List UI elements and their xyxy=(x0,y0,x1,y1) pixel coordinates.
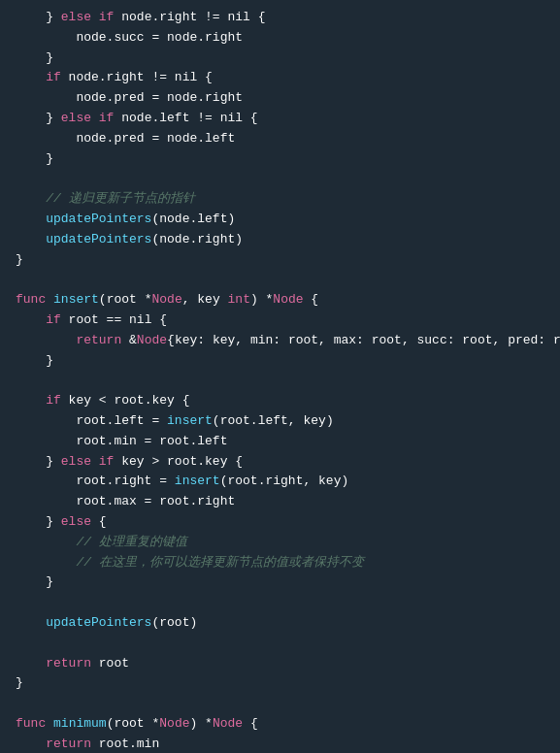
code-line xyxy=(0,169,560,189)
code-line: func minimum(root *Node) *Node { xyxy=(0,714,560,735)
code-line: } else if node.right != nil { xyxy=(0,8,560,28)
code-line: } else if node.left != nil { xyxy=(0,109,560,129)
code-line: root.right = insert(root.right, key) xyxy=(0,472,560,492)
code-line xyxy=(0,593,560,613)
code-line: node.pred = node.left xyxy=(0,129,560,149)
code-line: updatePointers(node.right) xyxy=(0,230,560,250)
code-line: if node.right != nil { xyxy=(0,68,560,88)
code-line: } xyxy=(0,149,560,170)
code-line: root.max = root.right xyxy=(0,492,560,512)
code-line: } xyxy=(0,573,560,593)
code-editor: } else if node.right != nil { node.succ … xyxy=(0,0,560,753)
code-line: if root == nil { xyxy=(0,311,560,331)
code-line: node.pred = node.right xyxy=(0,88,560,109)
code-line: return &Node{key: key, min: root, max: r… xyxy=(0,331,560,351)
code-line: } xyxy=(0,351,560,372)
code-line: if key < root.key { xyxy=(0,391,560,411)
code-line: root.min = root.left xyxy=(0,432,560,452)
code-line xyxy=(0,694,560,714)
code-line: // 在这里，你可以选择更新节点的值或者保持不变 xyxy=(0,553,560,573)
code-line: } xyxy=(0,250,560,271)
code-line: updatePointers(node.left) xyxy=(0,210,560,230)
code-line: } else { xyxy=(0,512,560,533)
code-line: updatePointers(root) xyxy=(0,613,560,634)
code-line: node.succ = node.right xyxy=(0,28,560,49)
code-line: root.left = insert(root.left, key) xyxy=(0,411,560,432)
code-line: return root.min xyxy=(0,735,560,753)
code-line xyxy=(0,270,560,290)
code-line: } else if key > root.key { xyxy=(0,452,560,473)
code-line xyxy=(0,634,560,654)
code-line: } xyxy=(0,49,560,69)
code-line: func insert(root *Node, key int) *Node { xyxy=(0,290,560,311)
code-line: } xyxy=(0,673,560,694)
code-line: // 递归更新子节点的指针 xyxy=(0,189,560,210)
code-line: // 处理重复的键值 xyxy=(0,533,560,553)
code-line xyxy=(0,371,560,391)
code-line: return root xyxy=(0,654,560,674)
